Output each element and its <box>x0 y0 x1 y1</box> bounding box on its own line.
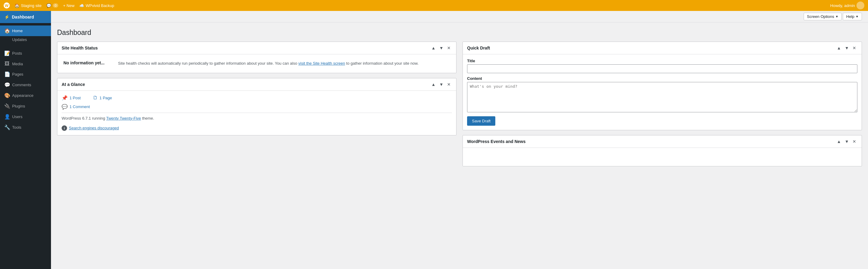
sidebar-item-updates[interactable]: Updates <box>0 36 51 43</box>
left-column: Site Health Status ▲ ▼ ✕ No information … <box>57 41 457 263</box>
site-health-header: Site Health Status ▲ ▼ ✕ <box>57 42 456 54</box>
right-column: Quick Draft ▲ ▼ ✕ Title <box>463 41 862 263</box>
main-content: Screen Options ▼ Help ▼ Dashboard Site H… <box>51 11 868 269</box>
site-health-link[interactable]: visit the Site Health screen <box>298 61 345 66</box>
site-health-widget: Site Health Status ▲ ▼ ✕ No information … <box>57 41 457 73</box>
plugins-icon: 🔌 <box>4 103 10 109</box>
cloud-icon: ☁️ <box>79 3 84 8</box>
sidebar-nav-section: 📝 Posts 🖼 Media 📄 Pages 💬 Comments 🎨 App… <box>0 46 51 135</box>
staging-site-link[interactable]: 🏠 Staging site <box>14 3 41 8</box>
at-a-glance-collapse-up-button[interactable]: ▲ <box>430 81 437 87</box>
screen-options-chevron-icon: ▼ <box>835 15 838 18</box>
site-health-collapse-down-button[interactable]: ▼ <box>438 45 445 51</box>
sidebar-item-comments[interactable]: 💬 Comments <box>0 80 51 90</box>
top-bar: Screen Options ▼ Help ▼ <box>51 11 868 23</box>
title-input[interactable] <box>467 64 857 73</box>
sidebar-item-tools[interactable]: 🔧 Tools <box>0 122 51 133</box>
users-label: Users <box>12 115 23 119</box>
wp-info: WordPress 6.7.1 running Twenty Twenty-Fi… <box>57 116 456 124</box>
at-a-glance-widget: At a Glance ▲ ▼ ✕ 📌 1 Post <box>57 78 457 136</box>
comment-icon: 💬 <box>46 3 51 8</box>
site-health-collapse-up-button[interactable]: ▲ <box>430 45 437 51</box>
page-count: 1 Page <box>99 96 112 100</box>
wp-events-news-widget: WordPress Events and News ▲ ▼ ✕ <box>463 135 862 167</box>
post-count-link[interactable]: 📌 1 Post <box>62 95 81 101</box>
wp-events-controls: ▲ ▼ ✕ <box>836 139 857 145</box>
comment-stat-icon: 💬 <box>62 104 68 110</box>
comment-count: 0 <box>53 3 58 8</box>
quick-draft-close-button[interactable]: ✕ <box>851 45 857 51</box>
at-a-glance-collapse-down-button[interactable]: ▼ <box>438 81 445 87</box>
wp-events-body <box>463 148 862 166</box>
screen-options-button[interactable]: Screen Options ▼ <box>804 13 842 20</box>
site-health-close-button[interactable]: ✕ <box>446 45 452 51</box>
comment-count-link[interactable]: 💬 1 Comment <box>62 104 90 110</box>
sidebar-updates-label: Updates <box>12 37 27 42</box>
sidebar-dashboard-label: Dashboard <box>12 14 34 20</box>
new-label: + New <box>63 3 74 8</box>
content-textarea[interactable] <box>467 82 857 112</box>
sidebar-item-media[interactable]: 🖼 Media <box>0 59 51 69</box>
save-draft-button[interactable]: Save Draft <box>467 116 495 126</box>
tools-icon: 🔧 <box>4 124 10 130</box>
wp-events-collapse-up-button[interactable]: ▲ <box>836 139 842 145</box>
howdy-menu[interactable]: Howdy, admin <box>830 2 864 9</box>
screen-options-label: Screen Options <box>807 14 834 19</box>
title-field-group: Title <box>467 59 857 73</box>
users-icon: 👤 <box>4 114 10 120</box>
wp-logo-link[interactable]: W <box>4 2 10 8</box>
wp-events-header: WordPress Events and News ▲ ▼ ✕ <box>463 136 862 148</box>
sidebar-dashboard-header[interactable]: ⚡ Dashboard <box>0 11 51 23</box>
at-a-glance-title: At a Glance <box>62 82 85 87</box>
plugins-label: Plugins <box>12 104 25 109</box>
comment-stat-count: 1 Comment <box>69 104 90 109</box>
quick-draft-collapse-down-button[interactable]: ▼ <box>843 45 850 51</box>
sidebar-item-plugins[interactable]: 🔌 Plugins <box>0 101 51 112</box>
appearance-icon: 🎨 <box>4 93 10 98</box>
search-engines-link[interactable]: Search engines discouraged <box>69 126 119 130</box>
at-a-glance-stats: 📌 1 Post 🗋 1 Page <box>57 91 456 104</box>
sidebar-home-section: 🏠 Home Updates <box>0 23 51 46</box>
wp-icon: W <box>4 2 10 8</box>
at-a-glance-close-button[interactable]: ✕ <box>446 81 452 87</box>
comments-nav-icon: 💬 <box>4 82 10 88</box>
title-field-label: Title <box>467 59 857 63</box>
pages-label: Pages <box>12 72 23 77</box>
site-health-desc-before: Site health checks will automatically ru… <box>118 61 298 66</box>
site-health-description: Site health checks will automatically ru… <box>118 60 418 67</box>
info-icon: i <box>62 125 67 131</box>
quick-draft-header: Quick Draft ▲ ▼ ✕ <box>463 42 862 54</box>
media-label: Media <box>12 62 23 66</box>
sidebar-item-home[interactable]: 🏠 Home <box>0 26 51 36</box>
sidebar-item-posts[interactable]: 📝 Posts <box>0 48 51 59</box>
dashboard-grid: Site Health Status ▲ ▼ ✕ No information … <box>57 41 862 263</box>
sidebar-item-pages[interactable]: 📄 Pages <box>0 69 51 80</box>
content-field-label: Content <box>467 76 857 81</box>
posts-icon: 📝 <box>4 51 10 56</box>
new-content-link[interactable]: + New <box>63 3 74 8</box>
sidebar-item-appearance[interactable]: 🎨 Appearance <box>0 90 51 101</box>
quick-draft-collapse-up-button[interactable]: ▲ <box>836 45 842 51</box>
sidebar-home-label: Home <box>12 29 23 33</box>
wp-events-title: WordPress Events and News <box>467 139 526 144</box>
wp-version-text: WordPress 6.7.1 running <box>62 116 106 121</box>
site-health-title: Site Health Status <box>62 46 98 51</box>
help-button[interactable]: Help ▼ <box>843 13 862 20</box>
comments-link[interactable]: 💬 0 <box>46 3 58 8</box>
glance-divider <box>62 113 452 113</box>
theme-name-link[interactable]: Twenty Twenty-Five <box>106 116 141 121</box>
sidebar-item-users[interactable]: 👤 Users <box>0 112 51 122</box>
at-a-glance-header: At a Glance ▲ ▼ ✕ <box>57 78 456 91</box>
avatar <box>857 2 864 9</box>
site-health-controls: ▲ ▼ ✕ <box>430 45 452 51</box>
backup-label: WPvivid Backup <box>86 3 114 8</box>
quick-draft-widget: Quick Draft ▲ ▼ ✕ Title <box>463 41 862 130</box>
page-count-link[interactable]: 🗋 1 Page <box>93 95 112 101</box>
wpvivid-backup-link[interactable]: ☁️ WPvivid Backup <box>79 3 114 8</box>
wp-events-collapse-down-button[interactable]: ▼ <box>843 139 850 145</box>
site-health-body: No information yet... Site health checks… <box>57 54 456 73</box>
dashboard-icon: ⚡ <box>4 14 9 20</box>
wp-events-close-button[interactable]: ✕ <box>851 139 857 145</box>
tools-label: Tools <box>12 125 21 130</box>
post-stat-icon: 📌 <box>62 95 68 101</box>
